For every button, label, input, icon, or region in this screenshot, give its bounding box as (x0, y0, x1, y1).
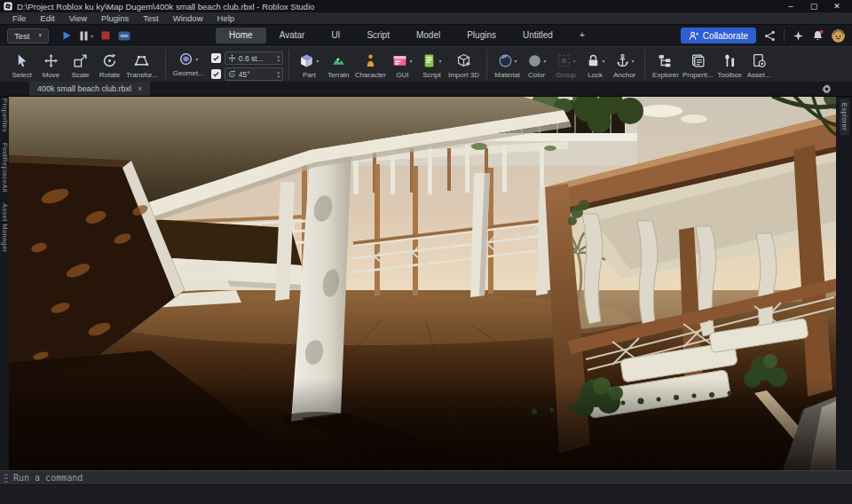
tool-icon-area (331, 51, 346, 70)
move-snap-input[interactable]: 0.6 st...▴▾ (225, 51, 283, 65)
maximize-button[interactable]: ▢ (802, 0, 825, 12)
tool-gui[interactable]: ▾GUI (388, 51, 417, 79)
rotate-snap-stepper[interactable]: ▴▾ (277, 70, 280, 78)
tool-select[interactable]: Select (7, 51, 36, 79)
tool-icon-area: ▾ (498, 51, 517, 70)
dock-tab-explorer[interactable]: Explorer (840, 98, 849, 135)
ribbon-tab-item[interactable]: + (566, 28, 598, 43)
group-divider (486, 50, 487, 79)
rotate-snap-input[interactable]: 45°▴▾ (225, 67, 283, 81)
dock-tab-properties[interactable]: Properties (1, 98, 9, 132)
ribbon-tab-model[interactable]: Model (403, 28, 454, 43)
minimize-button[interactable]: – (779, 0, 802, 12)
play-button-icon[interactable] (61, 30, 72, 41)
rotate-icon (228, 70, 236, 78)
notification-bell-icon[interactable] (812, 29, 824, 42)
viewport-3d-scene[interactable] (9, 97, 836, 470)
ribbon-tab-home[interactable]: Home (216, 28, 266, 43)
left-dock-tabs: PropertiesFindReplaceAllAsset Manager (0, 97, 9, 470)
user-avatar[interactable] (832, 29, 845, 43)
window-title: D:\Project Roblox ku ky\Map Dugem\400k s… (17, 2, 314, 12)
chevron-down-icon[interactable]: ▾ (316, 58, 319, 64)
drag-handle-icon[interactable] (4, 473, 8, 484)
chevron-down-icon[interactable]: ▾ (515, 58, 517, 64)
tool-material[interactable]: ▾Material (493, 51, 522, 79)
tool-label: Material (494, 71, 519, 79)
chevron-down-icon[interactable]: ▾ (603, 58, 605, 64)
command-input-placeholder[interactable]: Run a command (13, 473, 83, 483)
rotate-snap-checkbox[interactable] (211, 69, 221, 79)
tool-rotate[interactable]: Rotate (95, 51, 124, 79)
menu-item-window[interactable]: Window (166, 12, 210, 25)
stop-button-icon[interactable] (101, 31, 110, 40)
menu-item-test[interactable]: Test (136, 12, 165, 25)
device-emulation-icon[interactable] (118, 31, 130, 41)
tool-color[interactable]: ▾Color (522, 51, 551, 79)
dock-tab-asset-manager[interactable]: Asset Manager (1, 203, 9, 253)
menu-item-edit[interactable]: Edit (33, 12, 61, 25)
tool-icon-area (690, 51, 706, 70)
pause-button[interactable]: ▾ (80, 31, 93, 41)
pause-icon (80, 31, 88, 41)
tool-label: Color (528, 71, 545, 79)
tool-character[interactable]: Character (353, 51, 388, 79)
command-bar[interactable]: Run a command (0, 470, 852, 484)
chevron-down-icon[interactable]: ▾ (409, 58, 412, 64)
chevron-down-icon[interactable]: ▾ (573, 58, 576, 64)
chevron-down-icon[interactable]: ▾ (195, 56, 198, 62)
sparkle-icon[interactable] (793, 30, 804, 42)
tool-label: Transfor... (126, 71, 158, 79)
roblox-studio-window: D:\Project Roblox ku ky\Map Dugem\400k s… (0, 0, 852, 504)
share-icon[interactable] (764, 30, 776, 42)
tool-anchor[interactable]: ▾Anchor (610, 51, 639, 79)
ribbon-tab-script[interactable]: Script (353, 28, 403, 43)
ribbon-tab-untitled[interactable]: Untitled (509, 28, 566, 43)
collaborate-button[interactable]: Collaborate (681, 28, 756, 43)
ribbon-tab-plugins[interactable]: Plugins (454, 28, 509, 43)
tool-properti[interactable]: Properti... (681, 51, 715, 79)
move-snap-row: 0.6 st...▴▾ (211, 51, 283, 65)
move-snap-stepper[interactable]: ▴▾ (277, 54, 280, 62)
tool-part[interactable]: ▾Part (295, 51, 324, 79)
step-down-icon[interactable]: ▾ (277, 75, 280, 79)
menu-item-file[interactable]: File (5, 12, 33, 25)
menu-item-view[interactable]: View (62, 12, 94, 25)
tool-lock[interactable]: ▾Lock (580, 51, 610, 79)
tool-toolbox[interactable]: Toolbox (715, 51, 745, 79)
properties-icon (690, 53, 706, 68)
tool-import-3d[interactable]: Import 3D (446, 51, 481, 79)
test-mode-dropdown[interactable]: Test ▾ (7, 28, 49, 43)
move-snap-checkbox[interactable] (211, 53, 221, 63)
gear-icon (821, 83, 832, 95)
tool-asset[interactable]: Asset... (745, 51, 774, 79)
tool-transfor[interactable]: Transfor... (124, 51, 160, 79)
tool-label: Rotate (99, 71, 121, 79)
document-tab[interactable]: 400k small beach club.rbxl × (29, 82, 150, 96)
ribbon-tab-avatar[interactable]: Avatar (266, 28, 319, 43)
step-down-icon[interactable]: ▾ (277, 59, 280, 63)
tool-terrain[interactable]: Terrain (324, 51, 353, 79)
close-button[interactable]: ✕ (825, 0, 848, 12)
close-tab-icon[interactable]: × (138, 84, 142, 93)
chevron-down-icon: ▾ (91, 33, 93, 39)
ribbon-tab-ui[interactable]: UI (318, 28, 353, 43)
ribbon-tab-bar: HomeAvatarUIScriptModelPluginsUntitled+ (216, 28, 598, 43)
tool-label: Asset... (747, 71, 771, 79)
move-icon (228, 54, 236, 62)
group-icon (556, 53, 572, 68)
tool-explorer[interactable]: Explorer (651, 51, 681, 79)
tool-scale[interactable]: Scale (66, 51, 95, 79)
scale-icon (73, 53, 88, 68)
tool-script[interactable]: ▾Script (417, 51, 446, 79)
chevron-down-icon[interactable]: ▾ (438, 58, 441, 64)
menu-item-help[interactable]: Help (210, 12, 242, 25)
chevron-down-icon[interactable]: ▾ (632, 58, 635, 64)
character-icon (363, 53, 378, 68)
menu-item-plugins[interactable]: Plugins (94, 12, 136, 25)
dock-tab-findreplaceall[interactable]: FindReplaceAll (1, 143, 9, 193)
toolbar-group-insert: ▾PartTerrainCharacter▾GUI▾ScriptImport 3… (291, 50, 485, 79)
tool-move[interactable]: Move (36, 51, 66, 79)
tool-icon-area (722, 51, 738, 70)
chevron-down-icon[interactable]: ▾ (544, 58, 547, 64)
tool-geomet[interactable]: ▾Geomet... (171, 50, 206, 77)
